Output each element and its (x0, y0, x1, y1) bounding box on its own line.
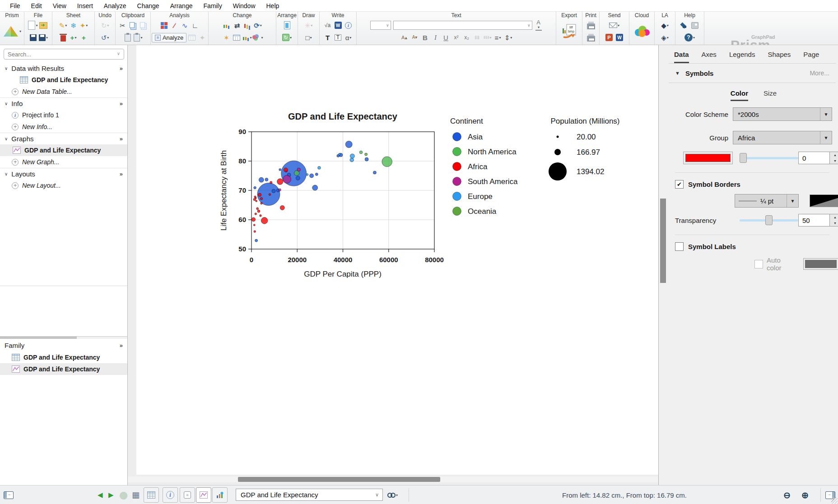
sheet-item[interactable]: +New Graph... (0, 156, 127, 168)
collapse-sidebar-icon[interactable]: ← (4, 491, 14, 499)
table-sheet-button[interactable] (144, 487, 159, 503)
new-file-icon[interactable]: ▾ (28, 20, 38, 31)
text-box-icon[interactable]: T (333, 32, 343, 43)
section-expand-icon[interactable]: » (120, 65, 123, 72)
link-sheets-button[interactable]: ▾ (387, 486, 398, 504)
section-expand-icon[interactable]: » (120, 135, 123, 142)
italic-icon[interactable]: I (431, 32, 441, 43)
transparency-slider[interactable] (740, 215, 798, 225)
sheet-selector-dropdown[interactable]: GDP and Life Expectancy ∨ (236, 489, 383, 501)
results-sheet-button[interactable]: ≡ (180, 487, 195, 503)
swap-axes-icon[interactable]: ⇄ (232, 20, 242, 31)
font-size-select[interactable]: ∨ (370, 21, 391, 30)
panel-scrollbar-thumb[interactable] (660, 199, 666, 283)
undo-icon[interactable]: ↺▾ (100, 32, 110, 43)
increase-font-icon[interactable]: A▴ (400, 32, 410, 43)
symbol-borders-checkbox[interactable]: ✔ (675, 180, 684, 189)
column-stats-icon[interactable]: ∟ (190, 20, 200, 31)
group-dropdown[interactable]: Africa ▼ (733, 131, 832, 144)
print-queue-icon[interactable] (586, 32, 596, 43)
sheet-item[interactable]: +New Info... (0, 121, 127, 133)
magic-wand-icon[interactable]: ✶ (221, 32, 231, 43)
new-sheet-icon[interactable]: +▾ (69, 32, 79, 43)
border-color-swatch[interactable] (810, 194, 838, 207)
recycle-style-icon[interactable]: ⟳▾ (253, 20, 263, 31)
spin-up-icon[interactable]: ▲ (830, 214, 838, 220)
line-spacing-icon[interactable]: ⇕▾ (503, 32, 513, 43)
sheet-item[interactable]: GDP and Life Expectancy (0, 74, 127, 86)
menu-arrange[interactable]: Arrange (165, 1, 198, 11)
resize-grip[interactable] (831, 497, 838, 504)
greek-letter-icon[interactable]: α▾ (344, 32, 354, 43)
sheet-item[interactable]: GDP and Life Expectancy (0, 363, 127, 375)
multiple-t-icon[interactable] (159, 20, 169, 31)
section-expand-icon[interactable]: » (120, 171, 123, 177)
send-word-icon[interactable]: W (615, 32, 624, 43)
rotate-page-icon[interactable]: ↻▾ (282, 32, 292, 43)
word-export-icon[interactable]: W (333, 20, 343, 31)
underline-icon[interactable]: U (441, 32, 451, 43)
subscript-icon[interactable]: x₂ (462, 32, 472, 43)
help-question-icon[interactable]: ?▾ (684, 32, 695, 43)
la-cube-icon[interactable]: ◆▾ (660, 20, 670, 31)
linear-regression-icon[interactable]: ∕ (169, 20, 179, 31)
delete-sheet-icon[interactable] (58, 32, 68, 43)
color-scheme-dropdown[interactable]: *2000s ▼ (733, 107, 832, 121)
sheet-item[interactable]: +New Layout... (0, 180, 127, 191)
search-input[interactable] (4, 49, 124, 60)
transparency-slider-thumb[interactable] (765, 215, 773, 225)
sheet-item[interactable]: GDP and Life Expectancy (0, 351, 127, 363)
shade-spinner[interactable]: 0 ▲▼ (798, 152, 838, 164)
info-sheet-button[interactable]: i (163, 487, 178, 503)
menu-family[interactable]: Family (198, 1, 227, 11)
bring-front-icon[interactable] (282, 20, 292, 31)
zoom-out-icon[interactable]: ⊖ (783, 490, 791, 500)
section-graphs[interactable]: ∨Graphs» (0, 133, 127, 144)
bold-icon[interactable]: B (420, 32, 430, 43)
more-link[interactable]: More... (810, 69, 829, 77)
prism-logo-icon[interactable]: ▾ (3, 26, 21, 37)
menu-change[interactable]: Change (132, 1, 165, 11)
font-color-icon[interactable]: A▾ (534, 20, 544, 31)
export-tiff-icon[interactable]: tiffbmp (562, 26, 577, 37)
graph-sheet-button[interactable] (196, 487, 211, 503)
subtab-color[interactable]: Color (731, 89, 748, 101)
draw-shape-icon[interactable]: □▾ (304, 32, 314, 43)
copy-icon[interactable] (128, 20, 138, 31)
sheet-item[interactable]: +New Data Table... (0, 86, 127, 97)
section-data-with-results[interactable]: ∨Data with Results» (0, 62, 127, 74)
horizontal-scrollbar[interactable] (128, 476, 658, 482)
print-icon[interactable] (586, 20, 596, 31)
collapse-symbols-icon[interactable]: ▼ (675, 70, 680, 76)
gallery-view-icon[interactable]: ▦ (132, 490, 140, 500)
cloud-icon[interactable] (633, 26, 652, 37)
menu-window[interactable]: Window (228, 1, 261, 11)
superscript-icon[interactable]: x² (452, 32, 461, 43)
horizontal-scrollbar-thumb[interactable] (238, 477, 440, 482)
nonlinear-fit-icon[interactable]: ∿ (180, 20, 190, 31)
graph-canvas[interactable]: 0200004000060000800005060708090GDP and L… (136, 45, 658, 300)
highlight-icon[interactable]: ✎▾ (58, 20, 68, 31)
open-file-icon[interactable] (38, 20, 48, 31)
section-expand-icon[interactable]: » (120, 100, 123, 107)
panel-tab-legends[interactable]: Legends (729, 51, 755, 63)
analyze-button[interactable]: ≡Analyze (152, 33, 186, 42)
continent-legend[interactable]: ContinentAsiaNorth AmericaAfricaSouth Am… (450, 117, 518, 216)
freeze-icon[interactable]: ❄ (69, 20, 79, 31)
y-axis-title[interactable]: Life Expectancy at Birth (219, 150, 228, 231)
transparency-value[interactable]: 50 (798, 214, 830, 227)
zoom-in-icon[interactable]: ⊕ (801, 490, 809, 500)
font-family-select[interactable]: ∨ (393, 21, 532, 30)
save-icon[interactable] (28, 32, 38, 43)
text-tool-icon[interactable]: T (323, 32, 333, 43)
border-thickness-dropdown[interactable]: ¼ pt ▼ (735, 194, 799, 208)
spin-up-icon[interactable]: ▲ (830, 152, 838, 158)
panel-scrollbar[interactable] (660, 45, 666, 485)
change-graph-type-icon[interactable] (222, 20, 232, 31)
cut-icon[interactable]: ✂ (118, 20, 128, 31)
series-oceania[interactable] (365, 153, 368, 156)
series-asia[interactable] (254, 141, 377, 242)
sheet-item[interactable]: GDP and Life Expectancy (0, 144, 127, 156)
forward-icon[interactable]: ▶ (108, 491, 114, 499)
send-powerpoint-icon[interactable]: P (604, 32, 614, 43)
